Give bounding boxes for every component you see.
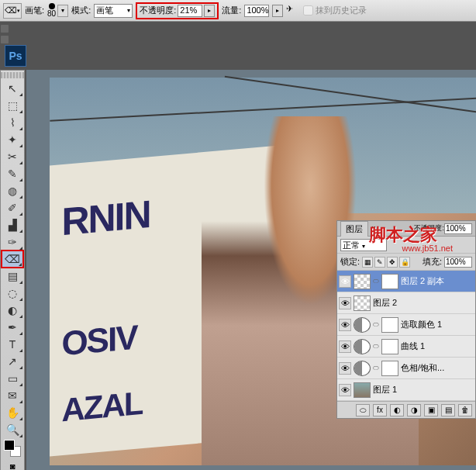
layer-fx-icon[interactable]: fx <box>373 404 387 416</box>
layer-row[interactable]: 👁⬭曲线 1 <box>337 336 475 358</box>
path-selection-tool[interactable]: ↗ <box>2 353 23 370</box>
dock-toggle-icon[interactable] <box>1 25 9 33</box>
brush-tool[interactable]: ✐ <box>2 199 23 216</box>
foreground-color-swatch[interactable] <box>4 440 15 451</box>
magic-wand-tool[interactable]: ✦ <box>2 131 23 148</box>
layer-opacity-input[interactable]: 100% <box>444 223 472 234</box>
dock-toggle-icon[interactable] <box>1 36 9 43</box>
options-bar: ⌫▾ 画笔: 80 ▾ 模式: 画笔▾ 不透明度: 21% ▸ 流量: 100%… <box>0 0 476 22</box>
layer-name-label[interactable]: 色相/饱和... <box>401 362 474 374</box>
brush-label: 画笔: <box>25 5 44 16</box>
lock-position-icon[interactable]: ✥ <box>387 257 398 268</box>
layer-thumbnail[interactable] <box>354 339 371 354</box>
adjustment-layer-icon[interactable]: ◑ <box>407 404 421 416</box>
billboard-text: AZAL <box>61 385 142 429</box>
gradient-tool[interactable]: ▤ <box>2 268 23 285</box>
pen-tool[interactable]: ✒ <box>2 319 23 336</box>
layer-mask-thumbnail[interactable] <box>381 274 398 289</box>
layer-name-label[interactable]: 选取颜色 1 <box>401 319 474 330</box>
shape-tool[interactable]: ▭ <box>2 370 23 387</box>
eyedropper-tool[interactable]: ✎ <box>2 165 23 182</box>
layer-name-label[interactable]: 曲线 1 <box>401 340 474 352</box>
opacity-group-highlighted: 不透明度: 21% ▸ <box>136 2 219 19</box>
toolbox-grip[interactable] <box>1 72 24 78</box>
layer-link-icon[interactable]: ⬭ <box>373 320 379 329</box>
layer-mask-icon[interactable]: ◐ <box>390 404 404 416</box>
layer-mask-thumbnail[interactable] <box>381 361 398 376</box>
move-tool[interactable]: ↖ <box>2 80 23 97</box>
layer-mask-thumbnail[interactable] <box>381 317 398 333</box>
zoom-tool[interactable]: 🔍 <box>2 421 23 438</box>
layer-row[interactable]: 👁⬭图层 2 副本 <box>337 271 475 292</box>
visibility-eye-icon[interactable]: 👁 <box>339 362 351 375</box>
crop-tool[interactable]: ✂ <box>2 148 23 165</box>
layer-group-icon[interactable]: ▣ <box>424 404 438 416</box>
brush-preset-picker[interactable]: 80 ▾ <box>47 3 68 18</box>
clone-stamp-tool[interactable]: ▟ <box>2 216 23 233</box>
lock-transparency-icon[interactable]: ▦ <box>362 257 373 268</box>
opacity-label: 不透明度: <box>140 5 176 16</box>
opacity-flyout-icon[interactable]: ▸ <box>204 5 215 17</box>
lasso-tool[interactable]: ⌇ <box>2 114 23 131</box>
layer-mask-thumbnail[interactable] <box>381 339 398 354</box>
billboard-text: RNIN <box>61 192 150 244</box>
history-brush-tool[interactable]: ✑ <box>2 233 23 251</box>
layer-row[interactable]: 👁图层 2 <box>337 292 475 314</box>
mode-select[interactable]: 画笔▾ <box>94 4 133 18</box>
layer-name-label[interactable]: 图层 1 <box>373 384 474 396</box>
delete-layer-icon[interactable]: 🗑 <box>458 404 472 416</box>
layer-name-label[interactable]: 图层 2 <box>373 297 474 309</box>
layer-link-icon[interactable]: ⬭ <box>373 364 379 372</box>
tab-layers[interactable]: 图层 <box>340 221 368 237</box>
marquee-tool[interactable]: ⬚ <box>2 97 23 114</box>
layers-panel-footer: ⬭ fx ◐ ◑ ▣ ▤ 🗑 <box>337 401 475 418</box>
new-layer-icon[interactable]: ▤ <box>441 404 455 416</box>
hand-tool[interactable]: ✋ <box>2 404 23 421</box>
lock-all-icon[interactable]: 🔒 <box>399 257 410 268</box>
visibility-eye-icon[interactable]: 👁 <box>339 340 351 353</box>
type-tool[interactable]: T <box>2 336 23 353</box>
lock-pixels-icon[interactable]: ✎ <box>374 257 385 268</box>
visibility-eye-icon[interactable]: 👁 <box>339 319 351 331</box>
layer-link-icon[interactable]: ⬭ <box>373 342 379 351</box>
fill-input[interactable]: 100% <box>444 257 472 268</box>
erase-history-checkbox[interactable]: 抹到历史记录 <box>303 5 367 16</box>
flow-label: 流量: <box>222 5 241 16</box>
chevron-down-icon[interactable]: ▾ <box>57 5 68 17</box>
visibility-eye-icon[interactable]: 👁 <box>339 384 351 396</box>
layer-name-label[interactable]: 图层 2 副本 <box>401 275 474 287</box>
flow-flyout-icon[interactable]: ▸ <box>272 5 283 17</box>
eraser-tool[interactable]: ⌫ <box>2 251 23 268</box>
link-layers-icon[interactable]: ⬭ <box>356 404 370 416</box>
layer-thumbnail[interactable] <box>354 295 371 311</box>
mode-label: 模式: <box>71 5 91 16</box>
layer-thumbnail[interactable] <box>354 274 371 289</box>
opacity-input[interactable]: 21% <box>178 5 202 17</box>
layer-thumbnail[interactable] <box>354 361 371 376</box>
toolbox: ↖⬚⌇✦✂✎◍✐▟✑⌫▤◌◐✒T↗▭✉✋🔍 ◙ <box>0 70 25 470</box>
notes-tool[interactable]: ✉ <box>2 387 23 404</box>
color-swatches[interactable] <box>1 438 24 458</box>
watermark-url: www.jb51.net <box>402 244 453 253</box>
fill-label: 填充: <box>423 256 442 268</box>
healing-brush-tool[interactable]: ◍ <box>2 182 23 199</box>
visibility-eye-icon[interactable]: 👁 <box>339 275 351 288</box>
layer-link-icon[interactable]: ⬭ <box>373 277 379 285</box>
blur-tool[interactable]: ◌ <box>2 285 23 302</box>
layer-thumbnail[interactable] <box>354 317 371 333</box>
airbrush-icon[interactable]: ✈ <box>286 4 300 18</box>
visibility-eye-icon[interactable]: 👁 <box>339 297 351 309</box>
layer-row[interactable]: 👁⬭色相/饱和... <box>337 358 475 379</box>
photoshop-app-icon: Ps <box>5 45 26 67</box>
layer-row[interactable]: 👁图层 1 <box>337 379 475 401</box>
layer-thumbnail[interactable] <box>354 382 371 398</box>
lock-label: 锁定: <box>340 256 360 268</box>
dodge-tool[interactable]: ◐ <box>2 302 23 319</box>
layer-row[interactable]: 👁⬭选取颜色 1 <box>337 314 475 336</box>
layer-list: 👁⬭图层 2 副本👁图层 2👁⬭选取颜色 1👁⬭曲线 1👁⬭色相/饱和...👁图… <box>337 271 475 401</box>
tool-preset-picker[interactable]: ⌫▾ <box>3 3 22 19</box>
flow-input[interactable]: 100% <box>244 5 269 17</box>
billboard-text: OSIV <box>61 318 136 364</box>
quick-mask-toggle[interactable]: ◙ <box>2 458 23 470</box>
